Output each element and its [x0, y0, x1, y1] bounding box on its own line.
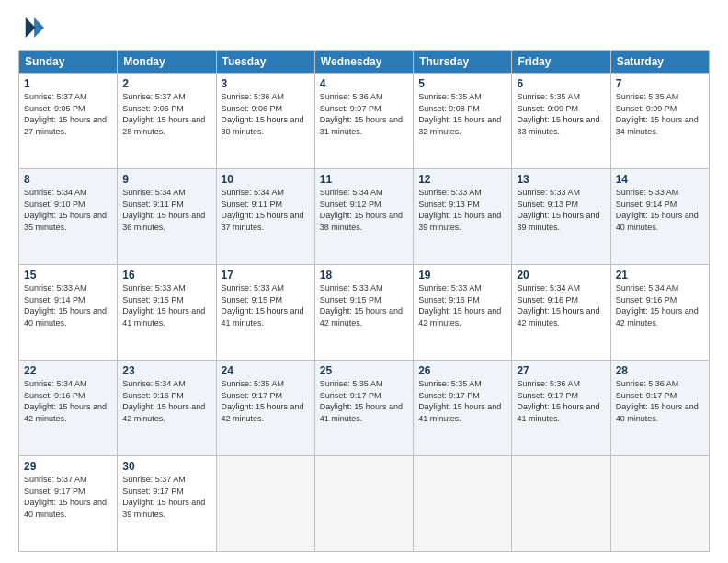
day-info: Sunrise: 5:34 AMSunset: 9:16 PMDaylight:…: [24, 379, 107, 423]
calendar-cell: 5 Sunrise: 5:35 AMSunset: 9:08 PMDayligh…: [414, 74, 512, 169]
calendar-cell: [314, 456, 413, 552]
calendar-week-2: 8 Sunrise: 5:34 AMSunset: 9:10 PMDayligh…: [19, 169, 710, 265]
calendar-week-1: 1 Sunrise: 5:37 AMSunset: 9:05 PMDayligh…: [19, 74, 710, 169]
calendar-cell: 7 Sunrise: 5:35 AMSunset: 9:09 PMDayligh…: [610, 74, 709, 169]
calendar-cell: 16 Sunrise: 5:33 AMSunset: 9:15 PMDaylig…: [118, 265, 216, 361]
day-info: Sunrise: 5:34 AMSunset: 9:10 PMDaylight:…: [24, 188, 107, 232]
calendar-cell: 13 Sunrise: 5:33 AMSunset: 9:13 PMDaylig…: [512, 169, 610, 265]
calendar-cell: 20 Sunrise: 5:34 AMSunset: 9:16 PMDaylig…: [512, 265, 610, 361]
day-header-thursday: Thursday: [414, 51, 512, 74]
day-info: Sunrise: 5:35 AMSunset: 9:09 PMDaylight:…: [616, 92, 699, 136]
calendar-cell: 4 Sunrise: 5:36 AMSunset: 9:07 PMDayligh…: [314, 74, 413, 169]
calendar-week-3: 15 Sunrise: 5:33 AMSunset: 9:14 PMDaylig…: [19, 265, 710, 361]
svg-marker-0: [34, 17, 44, 38]
calendar-cell: 24 Sunrise: 5:35 AMSunset: 9:17 PMDaylig…: [216, 361, 314, 456]
calendar-cell: 12 Sunrise: 5:33 AMSunset: 9:13 PMDaylig…: [414, 169, 512, 265]
calendar-table: SundayMondayTuesdayWednesdayThursdayFrid…: [18, 50, 710, 552]
day-number: 28: [616, 364, 704, 377]
day-header-tuesday: Tuesday: [216, 51, 314, 74]
day-info: Sunrise: 5:35 AMSunset: 9:08 PMDaylight:…: [418, 92, 501, 136]
day-header-sunday: Sunday: [19, 51, 118, 74]
day-number: 24: [222, 364, 310, 377]
day-number: 11: [320, 173, 408, 186]
day-info: Sunrise: 5:34 AMSunset: 9:12 PMDaylight:…: [320, 188, 403, 232]
calendar-cell: 1 Sunrise: 5:37 AMSunset: 9:05 PMDayligh…: [19, 74, 118, 169]
day-header-monday: Monday: [118, 51, 216, 74]
day-number: 20: [517, 269, 605, 282]
calendar-cell: 29 Sunrise: 5:37 AMSunset: 9:17 PMDaylig…: [19, 456, 118, 552]
calendar-cell: 27 Sunrise: 5:36 AMSunset: 9:17 PMDaylig…: [512, 361, 610, 456]
day-number: 30: [122, 460, 210, 473]
calendar-cell: 18 Sunrise: 5:33 AMSunset: 9:15 PMDaylig…: [314, 265, 413, 361]
day-info: Sunrise: 5:33 AMSunset: 9:15 PMDaylight:…: [320, 283, 403, 327]
day-header-friday: Friday: [512, 51, 610, 74]
day-info: Sunrise: 5:33 AMSunset: 9:15 PMDaylight:…: [222, 283, 304, 327]
day-number: 6: [517, 77, 605, 90]
day-info: Sunrise: 5:34 AMSunset: 9:11 PMDaylight:…: [122, 188, 205, 232]
day-number: 22: [24, 364, 112, 377]
day-number: 21: [616, 269, 704, 282]
calendar-cell: 15 Sunrise: 5:33 AMSunset: 9:14 PMDaylig…: [19, 265, 118, 361]
calendar-cell: 17 Sunrise: 5:33 AMSunset: 9:15 PMDaylig…: [216, 265, 314, 361]
day-header-saturday: Saturday: [610, 51, 709, 74]
day-number: 3: [222, 77, 310, 90]
day-info: Sunrise: 5:37 AMSunset: 9:17 PMDaylight:…: [24, 475, 107, 519]
calendar-cell: 11 Sunrise: 5:34 AMSunset: 9:12 PMDaylig…: [314, 169, 413, 265]
day-number: 15: [24, 269, 112, 282]
day-number: 10: [222, 173, 310, 186]
day-number: 17: [222, 269, 310, 282]
calendar-cell: 30 Sunrise: 5:37 AMSunset: 9:17 PMDaylig…: [118, 456, 216, 552]
calendar-cell: 22 Sunrise: 5:34 AMSunset: 9:16 PMDaylig…: [19, 361, 118, 456]
day-header-wednesday: Wednesday: [314, 51, 413, 74]
day-number: 4: [320, 77, 408, 90]
day-info: Sunrise: 5:33 AMSunset: 9:16 PMDaylight:…: [418, 283, 501, 327]
day-info: Sunrise: 5:34 AMSunset: 9:16 PMDaylight:…: [122, 379, 205, 423]
calendar-header-row: SundayMondayTuesdayWednesdayThursdayFrid…: [19, 51, 710, 74]
day-info: Sunrise: 5:36 AMSunset: 9:07 PMDaylight:…: [320, 92, 403, 136]
calendar-cell: 10 Sunrise: 5:34 AMSunset: 9:11 PMDaylig…: [216, 169, 314, 265]
calendar-cell: 25 Sunrise: 5:35 AMSunset: 9:17 PMDaylig…: [314, 361, 413, 456]
day-number: 18: [320, 269, 408, 282]
calendar-cell: 26 Sunrise: 5:35 AMSunset: 9:17 PMDaylig…: [414, 361, 512, 456]
day-info: Sunrise: 5:33 AMSunset: 9:15 PMDaylight:…: [122, 283, 205, 327]
calendar-cell: 21 Sunrise: 5:34 AMSunset: 9:16 PMDaylig…: [610, 265, 709, 361]
day-number: 1: [24, 77, 112, 90]
calendar-cell: [610, 456, 709, 552]
day-info: Sunrise: 5:35 AMSunset: 9:09 PMDaylight:…: [517, 92, 599, 136]
page: SundayMondayTuesdayWednesdayThursdayFrid…: [0, 0, 728, 563]
calendar-cell: 28 Sunrise: 5:36 AMSunset: 9:17 PMDaylig…: [610, 361, 709, 456]
calendar-cell: 23 Sunrise: 5:34 AMSunset: 9:16 PMDaylig…: [118, 361, 216, 456]
calendar-week-4: 22 Sunrise: 5:34 AMSunset: 9:16 PMDaylig…: [19, 361, 710, 456]
calendar-cell: [512, 456, 610, 552]
calendar-cell: [414, 456, 512, 552]
day-number: 8: [24, 173, 112, 186]
day-number: 26: [418, 364, 506, 377]
calendar-body: 1 Sunrise: 5:37 AMSunset: 9:05 PMDayligh…: [19, 74, 710, 552]
day-number: 13: [517, 173, 605, 186]
day-info: Sunrise: 5:35 AMSunset: 9:17 PMDaylight:…: [222, 379, 304, 423]
day-info: Sunrise: 5:36 AMSunset: 9:17 PMDaylight:…: [616, 379, 699, 423]
day-number: 9: [122, 173, 210, 186]
calendar-cell: 2 Sunrise: 5:37 AMSunset: 9:06 PMDayligh…: [118, 74, 216, 169]
day-number: 27: [517, 364, 605, 377]
day-number: 7: [616, 77, 704, 90]
header: [18, 15, 710, 40]
day-info: Sunrise: 5:37 AMSunset: 9:06 PMDaylight:…: [122, 92, 205, 136]
day-info: Sunrise: 5:33 AMSunset: 9:14 PMDaylight:…: [24, 283, 107, 327]
day-info: Sunrise: 5:35 AMSunset: 9:17 PMDaylight:…: [320, 379, 403, 423]
day-info: Sunrise: 5:37 AMSunset: 9:17 PMDaylight:…: [122, 475, 205, 519]
calendar-cell: 19 Sunrise: 5:33 AMSunset: 9:16 PMDaylig…: [414, 265, 512, 361]
day-number: 5: [418, 77, 506, 90]
day-number: 23: [122, 364, 210, 377]
calendar-cell: [216, 456, 314, 552]
day-info: Sunrise: 5:34 AMSunset: 9:16 PMDaylight:…: [616, 283, 699, 327]
day-info: Sunrise: 5:33 AMSunset: 9:13 PMDaylight:…: [517, 188, 599, 232]
logo-icon: [18, 15, 44, 40]
day-number: 19: [418, 269, 506, 282]
calendar-cell: 8 Sunrise: 5:34 AMSunset: 9:10 PMDayligh…: [19, 169, 118, 265]
day-info: Sunrise: 5:36 AMSunset: 9:17 PMDaylight:…: [517, 379, 599, 423]
day-info: Sunrise: 5:33 AMSunset: 9:14 PMDaylight:…: [616, 188, 699, 232]
day-info: Sunrise: 5:36 AMSunset: 9:06 PMDaylight:…: [222, 92, 304, 136]
day-number: 25: [320, 364, 408, 377]
logo: [18, 15, 48, 40]
